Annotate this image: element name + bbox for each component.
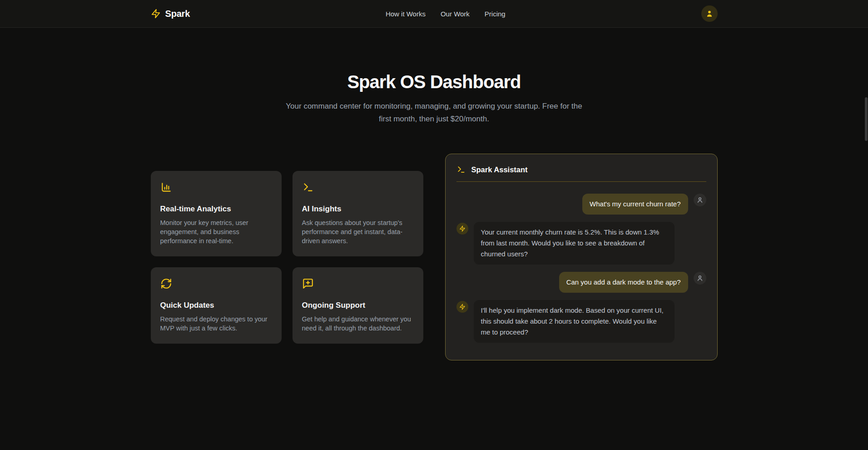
user-message-bubble: Can you add a dark mode to the app? [559,272,688,293]
feature-title: Quick Updates [160,301,271,310]
chat-message-user: What's my current churn rate? [456,194,706,215]
feature-description: Ask questions about your startup's perfo… [302,218,412,245]
refresh-icon [160,278,271,291]
zap-icon [151,9,161,19]
brand-logo[interactable]: Spark [151,9,190,19]
header-container: Spark How it Works Our Work Pricing [144,0,725,27]
feature-description: Request and deploy changes to your MVP w… [160,315,271,333]
feature-description: Monitor your key metrics, user engagemen… [160,218,271,245]
dashboard-preview-section: Real-time Analytics Monitor your key met… [151,154,718,360]
feature-card-ongoing-support: Ongoing Support Get help and guidance wh… [293,267,423,344]
nav-link-our-work[interactable]: Our Work [441,10,470,18]
assistant-panel-title: Spark Assistant [471,165,528,174]
feature-title: Real-time Analytics [160,205,271,214]
scrollbar-thumb[interactable] [865,97,868,141]
nav-link-how-it-works[interactable]: How it Works [386,10,426,18]
user-icon [694,272,706,285]
feature-title: Ongoing Support [302,301,412,310]
terminal-icon [456,165,466,174]
feature-title: AI Insights [302,205,412,214]
chat-message-assistant: I'll help you implement dark mode. Based… [456,300,706,343]
user-icon [705,9,714,18]
hero-subtitle: Your command center for monitoring, mana… [281,100,588,125]
user-icon [694,194,706,206]
assistant-message-bubble: I'll help you implement dark mode. Based… [474,300,675,343]
feature-card-quick-updates: Quick Updates Request and deploy changes… [151,267,282,344]
message-square-plus-icon [302,278,412,291]
zap-icon [456,223,468,235]
zap-icon [456,301,468,313]
assistant-panel-header: Spark Assistant [456,165,706,182]
chat-messages: What's my current churn rate? Your curre… [456,194,706,349]
feature-description: Get help and guidance whenever you need … [302,315,412,333]
hero-section: Spark OS Dashboard Your command center f… [0,28,868,125]
chart-column-icon [160,181,271,195]
chat-message-assistant: Your current monthly churn rate is 5.2%.… [456,222,706,265]
nav-link-pricing[interactable]: Pricing [485,10,506,18]
feature-card-realtime-analytics: Real-time Analytics Monitor your key met… [151,171,282,256]
brand-name: Spark [165,9,190,19]
terminal-icon [302,181,412,195]
chat-message-user: Can you add a dark mode to the app? [456,272,706,293]
account-avatar-button[interactable] [701,5,718,22]
features-grid: Real-time Analytics Monitor your key met… [151,171,423,344]
user-message-bubble: What's my current churn rate? [582,194,688,215]
assistant-message-bubble: Your current monthly churn rate is 5.2%.… [474,222,675,265]
app-header: Spark How it Works Our Work Pricing [0,0,868,28]
page-title: Spark OS Dashboard [0,72,868,92]
assistant-panel: Spark Assistant What's my current churn … [445,154,718,360]
feature-card-ai-insights: AI Insights Ask questions about your sta… [293,171,423,256]
main-content: Spark OS Dashboard Your command center f… [0,28,868,360]
main-nav: How it Works Our Work Pricing [386,10,506,18]
